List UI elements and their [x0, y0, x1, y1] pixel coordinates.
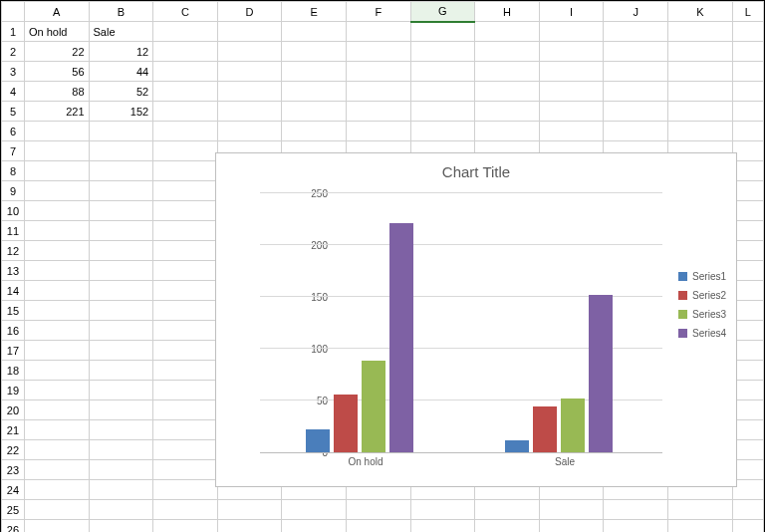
cell-G26[interactable]	[410, 520, 475, 533]
cell-I3[interactable]	[539, 62, 604, 82]
cell-I1[interactable]	[539, 22, 604, 42]
row-header-3[interactable]: 3	[2, 62, 25, 82]
cell-C16[interactable]	[153, 321, 218, 341]
chart-title[interactable]: Chart Title	[216, 163, 736, 180]
cell-J3[interactable]	[604, 62, 668, 82]
cell-A19[interactable]	[24, 381, 89, 400]
cell-B12[interactable]	[89, 241, 153, 261]
cell-K5[interactable]	[668, 102, 733, 122]
cell-B5[interactable]: 152	[89, 102, 153, 122]
cell-A20[interactable]	[24, 400, 89, 420]
col-header-L[interactable]: L	[732, 2, 763, 22]
cell-H6[interactable]	[475, 122, 540, 141]
chart-object[interactable]: Chart Title 0 50 100 150 200 250 On hold…	[215, 152, 737, 487]
cell-A10[interactable]	[24, 201, 89, 221]
cell-C19[interactable]	[153, 381, 218, 400]
cell-J1[interactable]	[604, 22, 668, 42]
cell-C2[interactable]	[153, 42, 218, 62]
cell-L25[interactable]	[732, 500, 763, 520]
cell-C17[interactable]	[153, 341, 218, 361]
cell-D25[interactable]	[217, 500, 282, 520]
cell-A7[interactable]	[24, 141, 89, 161]
cell-A16[interactable]	[24, 321, 89, 341]
cell-G1[interactable]	[410, 22, 475, 42]
cell-D6[interactable]	[217, 122, 282, 141]
cell-A2[interactable]: 22	[24, 42, 89, 62]
cell-D4[interactable]	[217, 82, 282, 102]
cell-K3[interactable]	[668, 62, 733, 82]
bar-series1-on-hold[interactable]	[306, 429, 330, 452]
bar-series4-on-hold[interactable]	[389, 223, 413, 452]
col-header-A[interactable]: A	[24, 2, 89, 22]
legend-item-series1[interactable]: Series1	[678, 271, 726, 282]
cell-E26[interactable]	[282, 520, 347, 533]
cell-D1[interactable]	[217, 22, 282, 42]
cell-C10[interactable]	[153, 201, 218, 221]
cell-C26[interactable]	[153, 520, 218, 533]
cell-L6[interactable]	[732, 122, 763, 141]
row-header-6[interactable]: 6	[2, 122, 25, 141]
cell-L5[interactable]	[732, 102, 763, 122]
cell-E6[interactable]	[282, 122, 347, 141]
row-header-16[interactable]: 16	[2, 321, 25, 341]
chart-legend[interactable]: Series1 Series2 Series3 Series4	[678, 263, 726, 347]
row-header-21[interactable]: 21	[2, 420, 25, 440]
cell-B18[interactable]	[89, 361, 153, 381]
cell-C20[interactable]	[153, 400, 218, 420]
cell-F25[interactable]	[346, 500, 410, 520]
cell-B2[interactable]: 12	[89, 42, 153, 62]
bar-series2-on-hold[interactable]	[334, 395, 358, 452]
cell-C4[interactable]	[153, 82, 218, 102]
row-header-20[interactable]: 20	[2, 400, 25, 420]
cell-B7[interactable]	[89, 141, 153, 161]
cell-I5[interactable]	[539, 102, 604, 122]
cell-H25[interactable]	[475, 500, 540, 520]
cell-G5[interactable]	[410, 102, 475, 122]
row-header-11[interactable]: 11	[2, 221, 25, 241]
cell-J26[interactable]	[604, 520, 668, 533]
bar-series3-on-hold[interactable]	[362, 361, 385, 452]
cell-E5[interactable]	[282, 102, 347, 122]
col-header-D[interactable]: D	[217, 2, 282, 22]
bar-series3-sale[interactable]	[561, 399, 585, 452]
cell-G3[interactable]	[410, 62, 475, 82]
legend-item-series2[interactable]: Series2	[678, 290, 726, 301]
cell-C7[interactable]	[153, 141, 218, 161]
cell-H2[interactable]	[475, 42, 540, 62]
cell-B22[interactable]	[89, 440, 153, 460]
cell-A18[interactable]	[24, 361, 89, 381]
col-header-E[interactable]: E	[282, 2, 347, 22]
cell-D3[interactable]	[217, 62, 282, 82]
col-header-B[interactable]: B	[89, 2, 153, 22]
cell-C25[interactable]	[153, 500, 218, 520]
cell-F6[interactable]	[346, 122, 410, 141]
cell-A3[interactable]: 56	[24, 62, 89, 82]
legend-item-series3[interactable]: Series3	[678, 309, 726, 320]
col-header-F[interactable]: F	[346, 2, 410, 22]
cell-A15[interactable]	[24, 301, 89, 321]
cell-E1[interactable]	[282, 22, 347, 42]
cell-K4[interactable]	[668, 82, 733, 102]
cell-C21[interactable]	[153, 420, 218, 440]
cell-F2[interactable]	[346, 42, 410, 62]
cell-E25[interactable]	[282, 500, 347, 520]
cell-C8[interactable]	[153, 161, 218, 181]
cell-B6[interactable]	[89, 122, 153, 141]
cell-L1[interactable]	[732, 22, 763, 42]
bar-series1-sale[interactable]	[505, 440, 529, 452]
cell-I4[interactable]	[539, 82, 604, 102]
cell-E3[interactable]	[282, 62, 347, 82]
cell-I6[interactable]	[539, 122, 604, 141]
cell-G4[interactable]	[410, 82, 475, 102]
cell-B10[interactable]	[89, 201, 153, 221]
cell-J25[interactable]	[604, 500, 668, 520]
cell-A6[interactable]	[24, 122, 89, 141]
col-header-I[interactable]: I	[539, 2, 604, 22]
cell-A17[interactable]	[24, 341, 89, 361]
row-header-14[interactable]: 14	[2, 281, 25, 301]
cell-C23[interactable]	[153, 460, 218, 480]
cell-J6[interactable]	[604, 122, 668, 141]
col-header-H[interactable]: H	[475, 2, 540, 22]
cell-F5[interactable]	[346, 102, 410, 122]
cell-J5[interactable]	[604, 102, 668, 122]
